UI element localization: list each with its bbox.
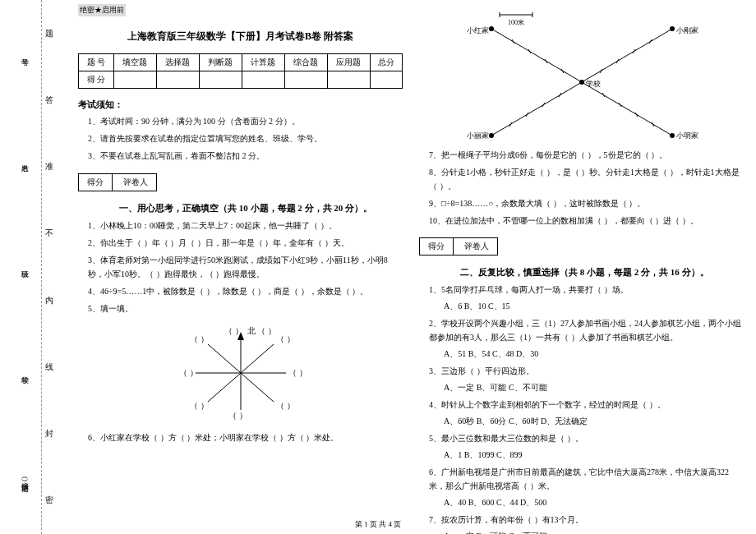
svg-text:（  ）: （ ） [179,368,198,377]
options: A、60秒 B、60分 C、60时 D、无法确定 [419,415,744,428]
svg-text:（  ）: （ ） [288,368,307,377]
score-label: 得分 [420,238,454,255]
notice-item: 1、考试时间：90 分钟，满分为 100 分（含卷面分 2 分）。 [78,115,403,128]
th-comp: 综合题 [284,54,327,71]
sidebar-label: 乡镇(街道) [20,472,30,486]
question: 3、三边形（ ）平行四边形。 [419,364,744,378]
svg-line-38 [542,103,545,107]
svg-text:小刚家: 小刚家 [676,26,698,35]
sidebar-label: 班级 [20,260,30,269]
svg-text:小丽家: 小丽家 [467,131,489,140]
svg-text:（  ）: （ ） [257,326,276,335]
question: 1、5名同学打乒乓球，每两人打一场，共要打（ ）场。 [419,283,744,297]
svg-text:小明家: 小明家 [676,131,698,140]
page-footer: 第 1 页 共 4 页 [0,519,756,530]
question: 3、体育老师对第一小组同学进行50米跑测试，成绩如下小红9秒，小丽11秒，小明8… [78,253,403,281]
exam-title: 上海教育版三年级数学【下册】月考试卷B卷 附答案 [78,30,403,44]
notice-heading: 考试须知： [78,99,403,111]
question: 10、在进位加法中，不管哪一位上的数相加满（ ），都要向（ ）进（ ）。 [419,214,744,228]
compass-svg: （ ） 北 （ ） （ ） （ ） （ ） （ ） （ ） （ ） （ ） [167,324,315,422]
left-column: 绝密★启用前 上海教育版三年级数学【下册】月考试卷B卷 附答案 题 号 填空题 … [70,0,411,509]
svg-point-24 [579,80,584,85]
right-column: 100米 [411,0,752,509]
seal-char: 答 [45,94,53,106]
td-blank [327,71,370,89]
th-choice: 选择题 [156,54,199,71]
seal-char: 线 [45,361,53,373]
th-calc: 计算题 [242,54,284,71]
options: A、一定 B、可能 C、不可能 [419,530,744,534]
question: 5、最小三位数和最大三位数的和是（ ）。 [419,431,744,445]
th-judge: 判断题 [199,54,242,71]
options: A、一定 B、可能 C、不可能 [419,381,744,394]
question: 6、小红家在学校（ ）方（ ）米处；小明家在学校（ ）方（ ）米处。 [78,430,403,444]
td-blank [370,71,402,89]
svg-text:（  ）: （ ） [224,326,243,335]
question: 5、填一填。 [78,302,403,315]
question: 6、广州新电视塔是广州市目前最高的建筑，它比中信大厦高278米，中信大厦高322… [419,465,744,493]
seal-char: 不 [45,228,53,239]
dashed-separator [41,0,42,534]
td-blank [113,71,156,89]
question: 2、学校开设两个兴趣小组，三（1）27人参加书画小组，24人参加棋艺小组，两个小… [419,316,744,344]
svg-text:100米: 100米 [508,19,524,26]
question: 4、时针从上个数字走到相邻的下一个数字，经过的时间是（ ）。 [419,398,744,412]
table-row: 得 分 [79,71,403,89]
seal-char: 内 [45,295,53,306]
svg-line-34 [633,49,635,53]
svg-point-21 [670,26,675,31]
th-num: 题 号 [79,54,114,71]
seal-char: 准 [45,161,53,173]
seal-char: 题 [45,28,53,39]
grader-label: 评卷人 [115,174,156,191]
notice-item: 3、不要在试卷上乱写乱画，卷面不整洁扣 2 分。 [78,150,403,163]
question: 2、你出生于（ ）年（ ）月（ ）日，那一年是（ ）年，全年有（ ）天。 [78,236,403,250]
seal-char: 密 [45,495,53,506]
question: 7、把一根绳子平均分成6份，每份是它的（ ），5份是它的（ ）。 [419,148,744,162]
section1-title: 一、用心思考，正确填空（共 10 小题，每题 2 分，共 20 分）。 [119,202,403,214]
question: 4、46÷9=5……1中，被除数是（ ），除数是（ ），商是（ ），余数是（ ）… [78,284,403,298]
main-content: 绝密★启用前 上海教育版三年级数学【下册】月考试卷B卷 附答案 题 号 填空题 … [70,0,756,509]
svg-text:（  ）: （ ） [190,334,209,343]
sidebar-label: 学号 [20,48,30,57]
th-fill: 填空题 [113,54,156,71]
td-blank [156,71,199,89]
options: A、40 B、600 C、44 D、500 [419,496,744,509]
td-score: 得 分 [79,71,114,89]
section2-title: 二、反复比较，慎重选择（共 8 小题，每题 2 分，共 16 分）。 [460,266,744,279]
grader-box: 得分 评卷人 [78,173,157,191]
svg-text:（  ）: （ ） [276,401,295,410]
map-svg: 100米 [426,8,738,140]
svg-text:（  ）: （ ） [190,401,209,410]
table-row: 题 号 填空题 选择题 判断题 计算题 综合题 应用题 总分 [79,54,403,71]
question: 1、小林晚上10：00睡觉，第二天早上7：00起床，他一共睡了（ ）。 [78,219,403,232]
map-diagram: 100米 [419,8,744,140]
score-summary-table: 题 号 填空题 选择题 判断题 计算题 综合题 应用题 总分 得 分 [78,53,403,89]
svg-line-30 [619,103,621,107]
td-blank [284,71,327,89]
sidebar-labels: 学号 姓名 班级 学校 乡镇(街道) [12,0,37,534]
options: A、1 B、1099 C、899 [419,449,744,462]
svg-line-26 [528,49,531,53]
score-label: 得分 [79,174,113,191]
seal-char: 封 [45,428,53,440]
svg-text:（  ）: （ ） [276,334,295,343]
svg-point-23 [670,133,675,138]
svg-point-20 [489,26,494,31]
binding-sidebar: 学号 姓名 班级 学校 乡镇(街道) 题 答 准 不 内 线 封 密 [0,0,66,534]
seal-labels: 题 答 准 不 内 线 封 密 [45,0,53,534]
svg-text:小红家: 小红家 [467,26,489,35]
question: 9、□÷8=138……○，余数最大填（ ），这时被除数是（ ）。 [419,196,744,210]
th-app: 应用题 [327,54,370,71]
options: A、6 B、10 C、15 [419,300,744,313]
question: 8、分针走1小格，秒针正好走（ ），是（ ）秒。分针走1大格是（ ），时针走1大… [419,165,744,193]
td-blank [199,71,242,89]
grader-label: 评卷人 [456,238,497,255]
svg-text:（  ）: （ ） [228,411,247,420]
svg-text:学校: 学校 [586,80,601,88]
notice-item: 2、请首先按要求在试卷的指定位置填写您的姓名、班级、学号。 [78,132,403,145]
th-total: 总分 [370,54,402,71]
svg-point-22 [489,133,494,138]
confidential-tag: 绝密★启用前 [78,4,126,16]
north-label: 北 [247,326,256,335]
